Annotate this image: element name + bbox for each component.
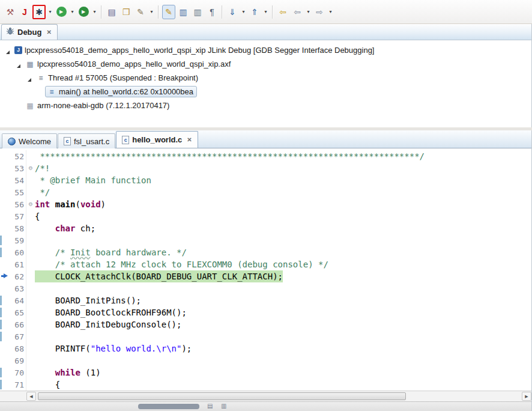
- link-editor-dropdown[interactable]: ▾: [148, 5, 155, 19]
- forward-icon[interactable]: ⇨: [313, 5, 326, 19]
- code-text[interactable]: * @brief Main function: [35, 174, 151, 186]
- link-editor-icon[interactable]: ✎: [134, 5, 147, 19]
- tab-debug[interactable]: Debug ✕: [1, 24, 58, 40]
- code-text[interactable]: int main(void): [35, 198, 106, 210]
- expander-icon[interactable]: [14, 60, 22, 68]
- expander-icon[interactable]: [25, 74, 33, 82]
- code-line: 52 *************************************…: [0, 150, 531, 162]
- tab-hello-world-c[interactable]: chello_world.c✕: [116, 131, 198, 148]
- scrollbar-track[interactable]: [37, 392, 521, 401]
- memory-monitor-icon[interactable]: ▤: [105, 5, 118, 19]
- code-text[interactable]: */: [35, 186, 50, 198]
- debug-dropdown[interactable]: ▾: [47, 5, 53, 19]
- next-annotation-icon[interactable]: ⇓: [226, 5, 239, 19]
- show-annotations-icon[interactable]: ▥: [177, 5, 190, 19]
- line-number: 69: [10, 356, 26, 365]
- tab-debug-label: Debug: [17, 28, 41, 37]
- code-text[interactable]: BOARD_InitPins();: [35, 294, 141, 306]
- code-editor[interactable]: 52 *************************************…: [0, 148, 531, 391]
- line-number: 56: [10, 200, 26, 209]
- code-text[interactable]: BOARD_InitDebugConsole();: [35, 318, 181, 330]
- horizontal-scrollbar[interactable]: ◀ ▶: [0, 391, 531, 401]
- show-whitespace-icon[interactable]: ¶: [205, 5, 219, 19]
- mark-occurrences-icon[interactable]: ✎: [162, 5, 175, 19]
- fold-collapse-icon[interactable]: ⊖: [26, 198, 35, 210]
- line-number: 63: [10, 284, 26, 293]
- run-external-icon[interactable]: ▶: [77, 5, 90, 19]
- annotation-ruler: [0, 186, 10, 198]
- annotation-ruler: [0, 379, 10, 391]
- resume-dropdown[interactable]: ▾: [69, 5, 76, 19]
- previous-annotation-icon[interactable]: ⇑: [248, 5, 261, 19]
- annotation-ruler: [0, 270, 10, 282]
- line-number: 62: [10, 272, 26, 281]
- code-text[interactable]: BOARD_BootClockFROHF96M();: [35, 306, 187, 318]
- code-line: 57{: [0, 210, 531, 222]
- debug-tree-item[interactable]: ≡main() at hello_world.c:62 0x10000bea: [0, 85, 531, 99]
- next-annotation-dropdown[interactable]: ▾: [240, 5, 247, 19]
- back-icon[interactable]: ⇦: [291, 5, 304, 19]
- tab-fsl-usart-c[interactable]: cfsl_usart.c: [58, 133, 115, 148]
- line-number: 66: [10, 320, 26, 329]
- line-number: 55: [10, 188, 26, 197]
- code-text[interactable]: ****************************************…: [35, 150, 425, 162]
- toolbar-separator: [101, 5, 102, 19]
- show-selected-element-icon[interactable]: ▥: [191, 5, 204, 19]
- panel-icon-2[interactable]: ▥: [221, 403, 226, 409]
- code-text[interactable]: while (1): [35, 367, 101, 379]
- forward-dropdown[interactable]: ▾: [327, 5, 334, 19]
- close-icon[interactable]: ✕: [46, 29, 51, 35]
- debug-tree-item[interactable]: ≡Thread #1 57005 (Suspended : Breakpoint…: [0, 71, 531, 85]
- scroll-right-icon[interactable]: ▶: [522, 392, 531, 401]
- segger-tool-icon[interactable]: ⚒: [4, 5, 17, 19]
- quickdiff-mark-icon: [0, 368, 2, 377]
- last-edit-location-icon[interactable]: ⇦: [276, 5, 289, 19]
- globe-icon: [8, 138, 16, 145]
- expander-icon[interactable]: [4, 46, 11, 54]
- debug-bug-icon[interactable]: ✱: [32, 5, 46, 19]
- code-text[interactable]: /*!: [35, 162, 50, 174]
- toolbar-separator: [158, 5, 159, 19]
- editor-tabbar: Welcomecfsl_usart.cchello_world.c✕: [0, 130, 531, 148]
- resume-icon[interactable]: ▶: [55, 5, 68, 19]
- line-number: 67: [10, 332, 26, 341]
- code-line: 68 PRINTF("hello world.\r\n");: [0, 342, 531, 355]
- jlink-flash-icon[interactable]: J: [18, 5, 31, 19]
- debug-view-tabbar: Debug ✕: [0, 24, 531, 40]
- code-text[interactable]: {: [35, 379, 60, 391]
- line-number: 52: [10, 152, 26, 161]
- code-text[interactable]: {: [35, 210, 40, 222]
- expander-spacer: [36, 88, 44, 96]
- tree-item-label: Thread #1 57005 (Suspended : Breakpoint): [48, 73, 198, 82]
- fold-ruler: [26, 367, 35, 379]
- code-text[interactable]: /* attach 12 MHz clock to FLEXCOMM0 (deb…: [35, 258, 328, 270]
- line-number: 53: [10, 164, 26, 173]
- previous-annotation-dropdown[interactable]: ▾: [262, 5, 269, 19]
- back-dropdown[interactable]: ▾: [305, 5, 312, 19]
- debug-tree-item[interactable]: ▦lpcxpresso54018_demo_apps_hello_world_q…: [0, 57, 531, 71]
- code-text[interactable]: char ch;: [35, 222, 95, 234]
- close-icon[interactable]: ✕: [187, 136, 192, 143]
- scrollbar-thumb[interactable]: [38, 392, 406, 400]
- fold-collapse-icon[interactable]: ⊖: [26, 162, 35, 174]
- debug-tree-item[interactable]: ▦arm-none-eabi-gdb (7.12.1.20170417): [0, 99, 531, 112]
- panel-icon-1[interactable]: ▤: [207, 403, 213, 409]
- fold-ruler: [26, 294, 35, 306]
- code-text[interactable]: CLOCK_AttachClk(BOARD_DEBUG_UART_CLK_ATT…: [35, 270, 283, 282]
- open-resource-icon[interactable]: ❒: [119, 5, 133, 19]
- scroll-left-icon[interactable]: ◀: [26, 392, 36, 401]
- quickdiff-mark-icon: [0, 248, 2, 257]
- fold-ruler: [26, 318, 35, 330]
- code-text[interactable]: PRINTF("hello world.\r\n");: [35, 342, 192, 355]
- annotation-ruler: [0, 367, 10, 379]
- bottom-scrollbar-thumb[interactable]: [138, 404, 199, 409]
- debug-tree-item[interactable]: Jlpcxpresso54018_demo_apps_hello_world_q…: [0, 43, 531, 57]
- annotation-ruler: [0, 162, 10, 174]
- quickdiff-mark-icon: [0, 308, 2, 317]
- tab-welcome[interactable]: Welcome: [2, 133, 57, 148]
- code-text[interactable]: /* Init board hardware. */: [35, 246, 187, 258]
- code-line: 58 char ch;: [0, 222, 531, 234]
- debug-tree: Jlpcxpresso54018_demo_apps_hello_world_q…: [0, 40, 531, 112]
- fold-ruler: [26, 234, 35, 246]
- run-external-dropdown[interactable]: ▾: [91, 5, 98, 19]
